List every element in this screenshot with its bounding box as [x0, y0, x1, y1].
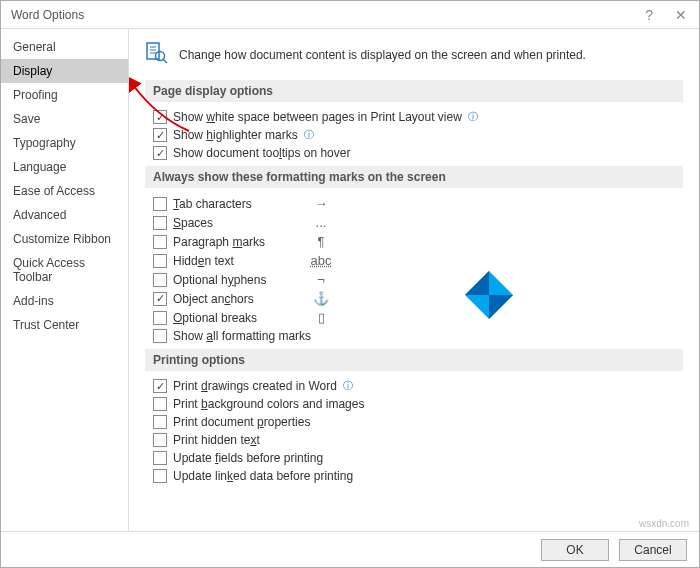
- checkbox[interactable]: [153, 128, 167, 142]
- checkbox[interactable]: [153, 235, 167, 249]
- checkbox[interactable]: [153, 379, 167, 393]
- sidebar-item-trust-center[interactable]: Trust Center: [1, 313, 128, 337]
- checkbox[interactable]: [153, 216, 167, 230]
- sidebar: GeneralDisplayProofingSaveTypographyLang…: [1, 29, 129, 531]
- option-row: Show all formatting marks: [153, 329, 683, 343]
- option-label[interactable]: Print document properties: [173, 415, 310, 429]
- option-label[interactable]: Show white space between pages in Print …: [173, 110, 462, 124]
- option-row: Paragraph marks¶: [153, 234, 683, 249]
- window-title: Word Options: [11, 8, 84, 22]
- option-label[interactable]: Print hidden text: [173, 433, 260, 447]
- option-label[interactable]: Print drawings created in Word: [173, 379, 337, 393]
- footer: OK Cancel: [1, 531, 699, 567]
- option-row: Optional hyphens¬: [153, 272, 683, 287]
- option-label[interactable]: Object anchors: [173, 292, 303, 306]
- option-label[interactable]: Optional breaks: [173, 311, 303, 325]
- close-button[interactable]: ✕: [669, 7, 693, 23]
- option-label[interactable]: Show all formatting marks: [173, 329, 311, 343]
- sidebar-item-advanced[interactable]: Advanced: [1, 203, 128, 227]
- symbol: ¬: [309, 272, 333, 287]
- option-row: Show document tooltips on hover: [153, 146, 683, 160]
- symbol: ¶: [309, 234, 333, 249]
- checkbox[interactable]: [153, 469, 167, 483]
- sidebar-item-display[interactable]: Display: [1, 59, 128, 83]
- sidebar-item-save[interactable]: Save: [1, 107, 128, 131]
- symbol: abc: [309, 253, 333, 268]
- option-row: Print background colors and images: [153, 397, 683, 411]
- ok-button[interactable]: OK: [541, 539, 609, 561]
- option-row: Show white space between pages in Print …: [153, 110, 683, 124]
- option-row: Tab characters→: [153, 196, 683, 211]
- option-label[interactable]: Show document tooltips on hover: [173, 146, 350, 160]
- checkbox[interactable]: [153, 451, 167, 465]
- svg-rect-0: [147, 43, 159, 59]
- symbol: →: [309, 196, 333, 211]
- checkbox[interactable]: [153, 433, 167, 447]
- word-options-dialog: Word Options ? ✕ GeneralDisplayProofingS…: [0, 0, 700, 568]
- option-label[interactable]: Tab characters: [173, 197, 303, 211]
- sidebar-item-proofing[interactable]: Proofing: [1, 83, 128, 107]
- option-row: Hidden textabc: [153, 253, 683, 268]
- option-label[interactable]: Hidden text: [173, 254, 303, 268]
- checkbox[interactable]: [153, 273, 167, 287]
- sidebar-item-quick-access-toolbar[interactable]: Quick Access Toolbar: [1, 251, 128, 289]
- checkbox[interactable]: [153, 415, 167, 429]
- option-row: Spaces...: [153, 215, 683, 230]
- svg-point-4: [156, 52, 165, 61]
- svg-line-5: [164, 60, 168, 64]
- watermark: wsxdn.com: [639, 518, 689, 529]
- sidebar-item-ease-of-access[interactable]: Ease of Access: [1, 179, 128, 203]
- sidebar-item-general[interactable]: General: [1, 35, 128, 59]
- checkbox[interactable]: [153, 110, 167, 124]
- titlebar: Word Options ? ✕: [1, 1, 699, 29]
- sidebar-item-typography[interactable]: Typography: [1, 131, 128, 155]
- option-label[interactable]: Show highlighter marks: [173, 128, 298, 142]
- symbol: ...: [309, 215, 333, 230]
- option-label[interactable]: Update linked data before printing: [173, 469, 353, 483]
- checkbox[interactable]: [153, 292, 167, 306]
- symbol: ⚓: [309, 291, 333, 306]
- info-icon[interactable]: ⓘ: [468, 110, 478, 124]
- checkbox[interactable]: [153, 254, 167, 268]
- option-row: Show highlighter marks ⓘ: [153, 128, 683, 142]
- dialog-body: GeneralDisplayProofingSaveTypographyLang…: [1, 29, 699, 531]
- option-label[interactable]: Paragraph marks: [173, 235, 303, 249]
- option-row: Optional breaks▯: [153, 310, 683, 325]
- groups-container: Page display optionsShow white space bet…: [145, 80, 683, 483]
- checkbox[interactable]: [153, 311, 167, 325]
- option-row: Object anchors⚓: [153, 291, 683, 306]
- group-header: Page display options: [145, 80, 683, 102]
- option-label[interactable]: Update fields before printing: [173, 451, 323, 465]
- cancel-button[interactable]: Cancel: [619, 539, 687, 561]
- checkbox[interactable]: [153, 397, 167, 411]
- option-row: Print drawings created in Word ⓘ: [153, 379, 683, 393]
- option-row: Print hidden text: [153, 433, 683, 447]
- option-label[interactable]: Optional hyphens: [173, 273, 303, 287]
- window-buttons: ? ✕: [639, 7, 693, 23]
- group-header: Always show these formatting marks on th…: [145, 166, 683, 188]
- intro: Change how document content is displayed…: [145, 41, 683, 68]
- option-label[interactable]: Spaces: [173, 216, 303, 230]
- option-label[interactable]: Print background colors and images: [173, 397, 364, 411]
- info-icon[interactable]: ⓘ: [304, 128, 314, 142]
- symbol: ▯: [309, 310, 333, 325]
- option-row: Update linked data before printing: [153, 469, 683, 483]
- checkbox[interactable]: [153, 146, 167, 160]
- checkbox[interactable]: [153, 329, 167, 343]
- intro-text: Change how document content is displayed…: [179, 48, 586, 62]
- group-header: Printing options: [145, 349, 683, 371]
- help-button[interactable]: ?: [639, 7, 659, 23]
- display-options-icon: [145, 41, 169, 68]
- sidebar-item-language[interactable]: Language: [1, 155, 128, 179]
- checkbox[interactable]: [153, 197, 167, 211]
- info-icon[interactable]: ⓘ: [343, 379, 353, 393]
- option-row: Update fields before printing: [153, 451, 683, 465]
- main-panel: Change how document content is displayed…: [129, 29, 699, 531]
- sidebar-item-customize-ribbon[interactable]: Customize Ribbon: [1, 227, 128, 251]
- option-row: Print document properties: [153, 415, 683, 429]
- sidebar-item-add-ins[interactable]: Add-ins: [1, 289, 128, 313]
